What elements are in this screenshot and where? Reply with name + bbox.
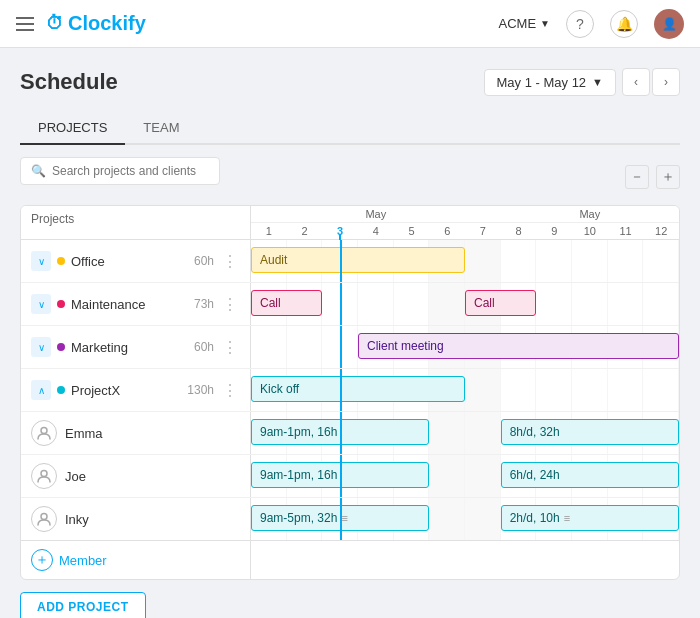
- page-title: Schedule: [20, 69, 118, 95]
- zoom-out-button[interactable]: －: [625, 165, 649, 189]
- project-info-cell: ∨Office60h⋮: [21, 240, 251, 282]
- workspace-selector[interactable]: ACME ▼: [499, 16, 550, 31]
- timeline-header: MayMay123456789101112: [251, 206, 679, 239]
- search-icon: 🔍: [31, 164, 46, 178]
- table-row: Joe9am-1pm, 16h6h/d, 24h: [21, 455, 679, 498]
- date-range-button[interactable]: May 1 - May 12 ▼: [484, 69, 616, 96]
- hamburger-menu[interactable]: [16, 17, 34, 31]
- day-columns: [251, 326, 679, 368]
- timeline-cell: CallCall: [251, 283, 679, 325]
- help-button[interactable]: ?: [566, 10, 594, 38]
- project-dot: [57, 300, 65, 308]
- project-hours: 73h: [194, 297, 214, 311]
- day-columns: [251, 369, 679, 411]
- member-name: Joe: [65, 469, 86, 484]
- project-name: ProjectX: [71, 383, 181, 398]
- expand-button[interactable]: ∨: [31, 337, 51, 357]
- project-name: Office: [71, 254, 188, 269]
- more-options-button[interactable]: ⋮: [220, 381, 240, 400]
- date-range-label: May 1 - May 12: [497, 75, 587, 90]
- more-options-button[interactable]: ⋮: [220, 252, 240, 271]
- notifications-button[interactable]: 🔔: [610, 10, 638, 38]
- timeline-cell: Audit: [251, 240, 679, 282]
- day-columns: [251, 412, 679, 454]
- add-member-icon: ＋: [31, 549, 53, 571]
- table-row: ∨Maintenance73h⋮CallCall: [21, 283, 679, 326]
- user-avatar[interactable]: 👤: [654, 9, 684, 39]
- header-right: ACME ▼ ? 🔔 👤: [499, 9, 684, 39]
- project-dot: [57, 386, 65, 394]
- expand-button[interactable]: ∧: [31, 380, 51, 400]
- day-columns: [251, 455, 679, 497]
- project-name: Marketing: [71, 340, 188, 355]
- workspace-label: ACME: [499, 16, 537, 31]
- day-columns: [251, 498, 679, 540]
- project-info-cell: ∧ProjectX130h⋮: [21, 369, 251, 411]
- timeline-cell: 9am-1pm, 16h6h/d, 24h: [251, 455, 679, 497]
- member-info-cell: Joe: [21, 455, 251, 497]
- day-columns: [251, 283, 679, 325]
- page: Schedule May 1 - May 12 ▼ ‹ › PROJECTS T…: [0, 48, 700, 618]
- projects-column-header: Projects: [21, 206, 251, 239]
- project-hours: 60h: [194, 254, 214, 268]
- project-info-cell: ∨Maintenance73h⋮: [21, 283, 251, 325]
- day-columns: [251, 240, 679, 282]
- project-dot: [57, 343, 65, 351]
- more-options-button[interactable]: ⋮: [220, 295, 240, 314]
- svg-point-1: [41, 471, 47, 477]
- logo: ⏱ Clockify: [46, 12, 146, 35]
- timeline-cell: Kick off: [251, 369, 679, 411]
- more-options-button[interactable]: ⋮: [220, 338, 240, 357]
- project-info-cell: ∨Marketing60h⋮: [21, 326, 251, 368]
- member-avatar: [31, 506, 57, 532]
- table-row: ∨Marketing60h⋮Client meeting: [21, 326, 679, 369]
- date-navigation: ‹ ›: [622, 68, 680, 96]
- expand-button[interactable]: ∨: [31, 251, 51, 271]
- prev-date-button[interactable]: ‹: [622, 68, 650, 96]
- schedule-grid: Projects MayMay123456789101112 ∨Office60…: [20, 205, 680, 580]
- zoom-controls: － ＋: [622, 165, 680, 189]
- add-project-button[interactable]: ADD PROJECT: [20, 592, 146, 618]
- search-input[interactable]: [52, 164, 209, 178]
- header-left: ⏱ Clockify: [16, 12, 499, 35]
- bell-icon: 🔔: [616, 16, 633, 32]
- project-hours: 60h: [194, 340, 214, 354]
- add-member-timeline: [251, 541, 679, 579]
- table-row: ∧ProjectX130h⋮Kick off: [21, 369, 679, 412]
- tab-team[interactable]: TEAM: [125, 112, 197, 145]
- add-member-label: Member: [59, 553, 107, 568]
- grid-rows: ∨Office60h⋮Audit∨Maintenance73h⋮CallCall…: [21, 240, 679, 540]
- timeline-cell: 9am-5pm, 32h≡2h/d, 10h≡: [251, 498, 679, 540]
- zoom-in-button[interactable]: ＋: [656, 165, 680, 189]
- table-row: Inky9am-5pm, 32h≡2h/d, 10h≡: [21, 498, 679, 540]
- logo-text: Clockify: [68, 12, 146, 35]
- member-name: Inky: [65, 512, 89, 527]
- add-member-button[interactable]: ＋ Member: [21, 541, 251, 579]
- search-bar: 🔍: [20, 157, 220, 185]
- next-date-button[interactable]: ›: [652, 68, 680, 96]
- member-info-cell: Inky: [21, 498, 251, 540]
- timeline-cell: 9am-1pm, 16h8h/d, 32h: [251, 412, 679, 454]
- svg-point-2: [41, 514, 47, 520]
- table-row: Emma9am-1pm, 16h8h/d, 32h: [21, 412, 679, 455]
- expand-button[interactable]: ∨: [31, 294, 51, 314]
- calendar-icon: ▼: [592, 76, 603, 88]
- page-header: Schedule May 1 - May 12 ▼ ‹ ›: [20, 68, 680, 96]
- avatar-initials: 👤: [662, 17, 677, 31]
- project-hours: 130h: [187, 383, 214, 397]
- member-info-cell: Emma: [21, 412, 251, 454]
- question-icon: ?: [576, 16, 584, 32]
- tab-bar: PROJECTS TEAM: [20, 112, 680, 145]
- grid-header: Projects MayMay123456789101112: [21, 206, 679, 240]
- tab-projects[interactable]: PROJECTS: [20, 112, 125, 145]
- add-member-row: ＋ Member: [21, 540, 679, 579]
- member-avatar: [31, 420, 57, 446]
- table-row: ∨Office60h⋮Audit: [21, 240, 679, 283]
- date-controls: May 1 - May 12 ▼ ‹ ›: [484, 68, 680, 96]
- search-toolbar: 🔍 － ＋: [20, 157, 680, 197]
- project-dot: [57, 257, 65, 265]
- header: ⏱ Clockify ACME ▼ ? 🔔 👤: [0, 0, 700, 48]
- project-name: Maintenance: [71, 297, 188, 312]
- timeline-cell: Client meeting: [251, 326, 679, 368]
- member-avatar: [31, 463, 57, 489]
